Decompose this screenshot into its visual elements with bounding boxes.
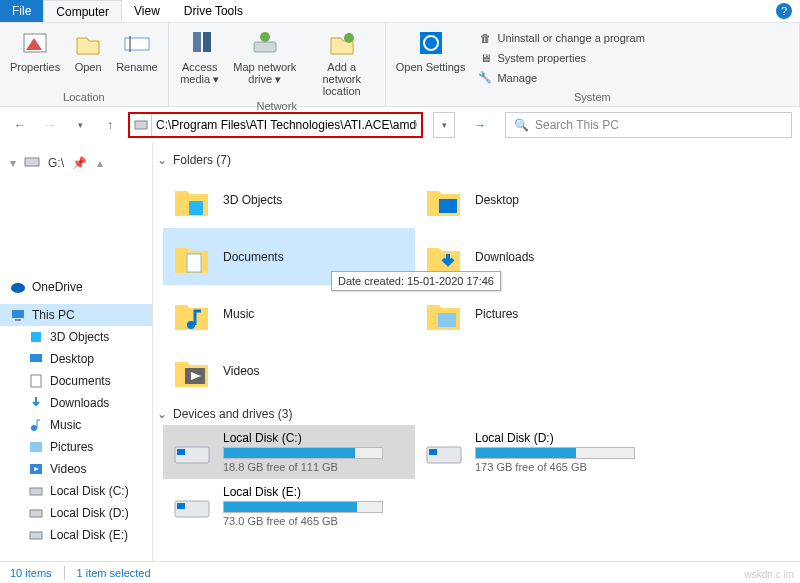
item-icon xyxy=(28,439,44,455)
drive-capacity-bar xyxy=(475,447,635,459)
chevron-down-icon: ▾ xyxy=(10,156,16,170)
sysprops-icon: 🖥 xyxy=(477,50,493,66)
map-drive-icon xyxy=(249,27,281,59)
drive-capacity-bar xyxy=(223,447,383,459)
address-icon[interactable] xyxy=(130,114,152,136)
folder-item[interactable]: Desktop xyxy=(415,171,667,228)
folder-item[interactable]: Music xyxy=(163,285,415,342)
svg-point-12 xyxy=(11,283,25,293)
rename-icon xyxy=(121,27,153,59)
help-icon[interactable]: ? xyxy=(776,3,792,19)
sidebar-item[interactable]: Desktop xyxy=(0,348,152,370)
access-media-button[interactable]: Access media ▾ xyxy=(173,25,227,99)
folder-item[interactable]: Videos xyxy=(163,342,415,399)
drive-item[interactable]: Local Disk (C:)18.8 GB free of 111 GB xyxy=(163,425,415,479)
map-drive-button[interactable]: Map network drive ▾ xyxy=(227,25,303,99)
item-icon xyxy=(28,373,44,389)
add-location-icon xyxy=(326,27,358,59)
folder-item[interactable]: Pictures xyxy=(415,285,667,342)
sidebar-item-onedrive[interactable]: OneDrive xyxy=(0,276,152,298)
search-icon: 🔍 xyxy=(514,118,529,132)
sidebar-item[interactable]: Downloads xyxy=(0,392,152,414)
sidebar-item[interactable]: 3D Objects xyxy=(0,326,152,348)
address-input[interactable] xyxy=(152,114,421,136)
up-button[interactable]: ↑ xyxy=(98,113,122,137)
add-location-button[interactable]: Add a network location xyxy=(303,25,381,99)
item-label: Pictures xyxy=(50,440,93,454)
tab-view[interactable]: View xyxy=(122,0,172,22)
drive-free-text: 173 GB free of 465 GB xyxy=(475,461,659,473)
sidebar-item-this-pc[interactable]: This PC xyxy=(0,304,152,326)
properties-label: Properties xyxy=(10,61,60,73)
body: ▾ G:\ 📌 ▴ OneDrive This PC 3D ObjectsDes… xyxy=(0,143,800,561)
manage-link[interactable]: 🔧Manage xyxy=(475,68,646,88)
drive-icon xyxy=(171,431,213,473)
folder-name: Pictures xyxy=(475,307,518,321)
properties-button[interactable]: Properties xyxy=(4,25,66,90)
ribbon-label-location: Location xyxy=(4,90,164,104)
open-button[interactable]: Open xyxy=(66,25,110,90)
media-icon xyxy=(184,27,216,59)
sidebar-item[interactable]: Pictures xyxy=(0,436,152,458)
svg-rect-37 xyxy=(177,503,185,509)
item-label: Local Disk (D:) xyxy=(50,506,129,520)
drive-free-text: 73.0 GB free of 465 GB xyxy=(223,515,407,527)
back-button[interactable]: ← xyxy=(8,113,32,137)
item-icon xyxy=(28,505,44,521)
svg-point-6 xyxy=(260,32,270,42)
svg-rect-24 xyxy=(30,532,42,539)
rename-button[interactable]: Rename xyxy=(110,25,164,90)
svg-rect-5 xyxy=(254,42,276,52)
svg-rect-23 xyxy=(30,510,42,517)
svg-rect-1 xyxy=(125,38,149,50)
uninstall-link[interactable]: 🗑Uninstall or change a program xyxy=(475,28,646,48)
drive-capacity-bar xyxy=(223,501,383,513)
content-pane: ⌄ Folders (7) 3D ObjectsDesktopDocuments… xyxy=(153,143,800,561)
item-label: 3D Objects xyxy=(50,330,109,344)
address-dropdown[interactable]: ▾ xyxy=(433,112,455,138)
quick-access-drive[interactable]: ▾ G:\ 📌 ▴ xyxy=(0,149,152,176)
item-icon xyxy=(28,483,44,499)
search-placeholder: Search This PC xyxy=(535,118,619,132)
tab-drive-tools[interactable]: Drive Tools xyxy=(172,0,255,22)
system-properties-link[interactable]: 🖥System properties xyxy=(475,48,646,68)
sidebar-item[interactable]: Local Disk (C:) xyxy=(0,480,152,502)
folders-header[interactable]: ⌄ Folders (7) xyxy=(157,149,796,171)
sysprops-label: System properties xyxy=(497,52,586,64)
open-label: Open xyxy=(75,61,102,73)
drive-item[interactable]: Local Disk (D:)173 GB free of 465 GB xyxy=(415,425,667,479)
tab-computer[interactable]: Computer xyxy=(43,0,122,22)
devices-header[interactable]: ⌄ Devices and drives (3) xyxy=(157,403,796,425)
forward-button[interactable]: → xyxy=(38,113,62,137)
search-box[interactable]: 🔍 Search This PC xyxy=(505,112,792,138)
drive-name: Local Disk (E:) xyxy=(223,485,407,499)
sidebar-item[interactable]: Local Disk (D:) xyxy=(0,502,152,524)
drive-item[interactable]: Local Disk (E:)73.0 GB free of 465 GB xyxy=(163,479,415,533)
svg-rect-35 xyxy=(429,449,437,455)
manage-label: Manage xyxy=(497,72,537,84)
item-label: Local Disk (C:) xyxy=(50,484,129,498)
item-icon xyxy=(28,527,44,543)
folder-icon xyxy=(423,293,465,335)
go-button[interactable]: → xyxy=(467,112,493,138)
onedrive-icon xyxy=(10,279,26,295)
tab-file[interactable]: File xyxy=(0,0,43,22)
status-bar: 10 items 1 item selected xyxy=(0,561,800,583)
sidebar-item[interactable]: Local Disk (E:) xyxy=(0,524,152,546)
ribbon: Properties Open Rename Location Access m… xyxy=(0,23,800,107)
open-settings-button[interactable]: Open Settings xyxy=(390,25,472,90)
folders-header-label: Folders (7) xyxy=(173,153,231,167)
sidebar-item[interactable]: Music xyxy=(0,414,152,436)
folder-item[interactable]: 3D Objects xyxy=(163,171,415,228)
sidebar-item[interactable]: Videos xyxy=(0,458,152,480)
item-label: Documents xyxy=(50,374,111,388)
tooltip: Date created: 15-01-2020 17:46 xyxy=(331,271,501,291)
drive-name: Local Disk (D:) xyxy=(475,431,659,445)
thispc-label: This PC xyxy=(32,308,75,322)
add-location-label: Add a network location xyxy=(309,61,375,97)
recent-dropdown[interactable]: ▾ xyxy=(68,113,92,137)
sidebar-item[interactable]: Documents xyxy=(0,370,152,392)
ribbon-group-network: Access media ▾ Map network drive ▾ Add a… xyxy=(169,23,386,106)
pin-icon[interactable]: 📌 xyxy=(72,156,87,170)
onedrive-label: OneDrive xyxy=(32,280,83,294)
